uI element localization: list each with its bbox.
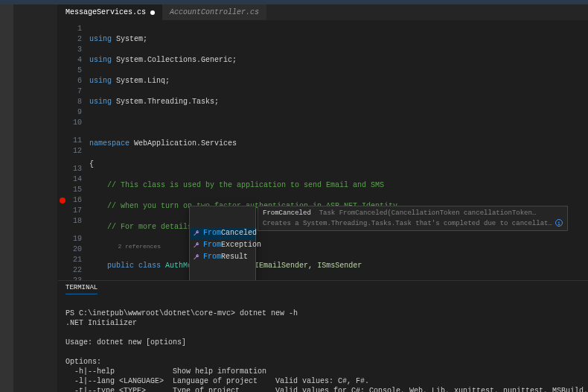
terminal-prompt: PS C:\inetpub\wwwroot\dotnet\core-mvc> xyxy=(65,309,235,317)
codelens[interactable]: 2 references xyxy=(118,243,161,250)
line-number: 2 xyxy=(58,34,82,45)
line-number: 20 xyxy=(58,244,82,255)
brace: { xyxy=(89,160,94,168)
line-number: 3 xyxy=(58,45,82,55)
hint-sig: Task FromCanceled(CancellationToken canc… xyxy=(319,209,537,217)
comment: // This class is used by the application… xyxy=(107,181,384,189)
activity-bar[interactable] xyxy=(0,4,13,392)
panel-tab-terminal[interactable]: TERMINAL xyxy=(65,284,98,294)
line-number: 10 xyxy=(58,118,82,128)
keyword: public class xyxy=(107,262,161,270)
line-number: 14 xyxy=(58,174,82,185)
keyword: namespace xyxy=(89,139,130,148)
interface: IEmailSender xyxy=(255,262,308,270)
line-number: 22 xyxy=(58,265,82,276)
line-number: 1 xyxy=(58,24,82,34)
punct: , xyxy=(308,262,317,270)
minimap[interactable] xyxy=(576,21,588,280)
line-number: 11 xyxy=(58,136,82,146)
bottom-panel: TERMINAL PS C:\inetpub\wwwroot\dotnet\co… xyxy=(58,280,588,392)
intellisense-item[interactable]: FromResult xyxy=(190,251,255,263)
intellisense-item[interactable]: FromException xyxy=(190,239,255,251)
terminal-output: .NET Initializer xyxy=(65,319,137,327)
tab-account-controller[interactable]: AccountController.cs xyxy=(162,4,266,20)
namespace: System.Collections.Generic; xyxy=(116,56,237,64)
namespace: WebApplication.Services xyxy=(134,139,237,148)
line-number: 23 xyxy=(58,276,82,280)
panel-tabs: TERMINAL xyxy=(58,281,588,294)
line-number: 8 xyxy=(58,97,82,107)
line-number: 12 xyxy=(58,146,82,157)
code-editor[interactable]: 12345678910 1112 131415161718 1920212223… xyxy=(58,21,588,280)
editor-tabs: MessageServices.cs AccountController.cs xyxy=(58,4,588,21)
line-number: 6 xyxy=(58,76,82,86)
hint-desc: Creates a System.Threading.Tasks.Task th… xyxy=(263,220,552,227)
hint-name: Canceled xyxy=(279,209,311,217)
hint-prefix: From xyxy=(263,209,279,217)
keyword: using xyxy=(89,77,112,85)
line-number: 4 xyxy=(58,55,82,66)
method-icon xyxy=(193,241,200,249)
line-number: 5 xyxy=(58,66,82,76)
terminal-output: -h|--help Show help information xyxy=(65,367,266,376)
tab-message-services[interactable]: MessageServices.cs xyxy=(58,4,162,20)
line-number: 15 xyxy=(58,185,82,195)
side-bar[interactable] xyxy=(13,4,58,392)
keyword: using xyxy=(89,98,112,106)
tab-label: AccountController.cs xyxy=(170,8,259,16)
intellisense-popup[interactable]: FromCanceledFromExceptionFromResult xyxy=(189,206,256,280)
line-number: 7 xyxy=(58,86,82,97)
terminal-cmd: dotnet new -h xyxy=(235,309,298,317)
terminal-output: Options: xyxy=(65,358,101,366)
line-number: 13 xyxy=(58,164,82,174)
namespace: System; xyxy=(116,35,147,43)
namespace: System.Linq; xyxy=(116,77,170,85)
line-number-gutter: 12345678910 1112 131415161718 1920212223… xyxy=(58,21,89,280)
terminal[interactable]: PS C:\inetpub\wwwroot\dotnet\core-mvc> d… xyxy=(58,294,588,392)
intellisense-item[interactable]: FromCanceled xyxy=(190,227,255,239)
breakpoint-icon[interactable] xyxy=(60,197,65,203)
info-icon[interactable]: i xyxy=(555,219,563,227)
line-number: 18 xyxy=(58,216,82,227)
line-number: 17 xyxy=(58,206,82,216)
keyword: using xyxy=(89,56,112,64)
line-number: 9 xyxy=(58,107,82,118)
dirty-indicator-icon xyxy=(150,10,155,15)
method-icon xyxy=(193,230,200,237)
intellisense-signature: FromCanceled Task FromCanceled(Cancellat… xyxy=(258,206,568,231)
line-number: 19 xyxy=(58,234,82,244)
method-icon xyxy=(193,253,200,261)
interface: ISmsSender xyxy=(317,262,362,270)
namespace: System.Threading.Tasks; xyxy=(116,98,219,106)
terminal-output: -l|--lang <LANGUAGE> Language of project… xyxy=(65,377,369,385)
tab-label: MessageServices.cs xyxy=(65,8,146,16)
keyword: using xyxy=(89,35,112,43)
terminal-output: Usage: dotnet new [options] xyxy=(65,338,186,347)
code-content[interactable]: using System; using System.Collections.G… xyxy=(89,21,576,280)
line-number: 21 xyxy=(58,255,82,265)
terminal-output: -t|--type <TYPE> Type of project Valid v… xyxy=(65,387,588,392)
